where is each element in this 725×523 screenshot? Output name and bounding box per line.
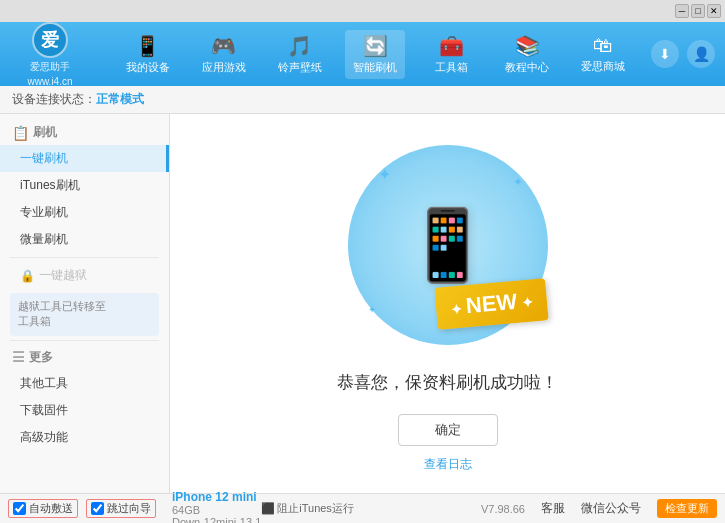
device-info: iPhone 12 mini 64GB Down-12mini-13,1 [172,490,261,524]
nav-toolbox[interactable]: 🧰 工具箱 [421,30,481,79]
bottom-bar: 自动敷送 跳过向导 iPhone 12 mini 64GB Down-12min… [0,493,725,523]
download-button[interactable]: ⬇ [651,40,679,68]
success-illustration: ✦ ✦ ✦ 📱 NEW [338,135,558,355]
phone-icon: 📱 [404,204,491,286]
sidebar-item-advanced[interactable]: 高级功能 [0,424,169,451]
close-button[interactable]: ✕ [707,4,721,18]
nav-smart-flash[interactable]: 🔄 智能刷机 [345,30,405,79]
status-label: 设备连接状态： [12,91,96,108]
main-layout: 📋 刷机 一键刷机 iTunes刷机 专业刷机 微量刷机 🔒 一键越狱 越狱工具… [0,114,725,493]
my-device-icon: 📱 [135,34,160,58]
nav-apps-games[interactable]: 🎮 应用游戏 [194,30,254,79]
jailbreak-label: 一键越狱 [39,267,87,284]
bottom-right: V7.98.66 客服 微信公众号 检查更新 [481,499,717,518]
shop-label: 爱思商城 [581,59,625,74]
minimize-button[interactable]: ─ [675,4,689,18]
smart-flash-label: 智能刷机 [353,60,397,75]
sidebar-item-micro-flash[interactable]: 微量刷机 [0,226,169,253]
status-value: 正常模式 [96,91,144,108]
sparkle-2: ✦ [513,175,523,189]
restart-link[interactable]: 查看日志 [424,456,472,473]
ringtones-icon: 🎵 [287,34,312,58]
logo-line2: www.i4.cn [27,76,72,87]
apps-games-icon: 🎮 [211,34,236,58]
skip-wizard-label: 跳过向导 [107,501,151,516]
bottom-left: 自动敷送 跳过向导 iPhone 12 mini 64GB Down-12min… [8,490,261,524]
status-bar: 设备连接状态： 正常模式 [0,86,725,114]
sidebar-item-other-tools[interactable]: 其他工具 [0,370,169,397]
logo-line1: 爱思助手 [30,60,70,74]
title-bar: ─ □ ✕ [0,0,725,22]
shop-icon: 🛍 [593,34,613,57]
header-right: ⬇ 👤 [651,40,715,68]
skip-wizard-checkbox[interactable]: 跳过向导 [86,499,156,518]
sidebar-item-download-firmware[interactable]: 下载固件 [0,397,169,424]
stop-itunes-label: 阻止iTunes运行 [277,501,354,516]
sidebar-item-pro-flash[interactable]: 专业刷机 [0,199,169,226]
nav-bar: 📱 我的设备 🎮 应用游戏 🎵 铃声壁纸 🔄 智能刷机 🧰 工具箱 📚 教程中心… [110,30,641,79]
success-text: 恭喜您，保资料刷机成功啦！ [337,371,558,394]
lock-icon: 🔒 [20,269,35,283]
flash-section-icon: 📋 [12,125,29,141]
auto-send-checkbox[interactable]: 自动敷送 [8,499,78,518]
tutorials-label: 教程中心 [505,60,549,75]
smart-flash-icon: 🔄 [363,34,388,58]
sidebar: 📋 刷机 一键刷机 iTunes刷机 专业刷机 微量刷机 🔒 一键越狱 越狱工具… [0,114,170,493]
divider-1 [10,257,159,258]
device-model: Down-12mini-13,1 [172,516,261,524]
stop-itunes-button[interactable]: ⬛ 阻止iTunes运行 [261,501,354,516]
customer-service-link[interactable]: 客服 [541,500,565,517]
content-area: ✦ ✦ ✦ 📱 NEW 恭喜您，保资料刷机成功啦！ 确定 查看日志 [170,114,725,493]
toolbox-label: 工具箱 [435,60,468,75]
confirm-button[interactable]: 确定 [398,414,498,446]
version-label: V7.98.66 [481,503,525,515]
apps-games-label: 应用游戏 [202,60,246,75]
wechat-official-link[interactable]: 微信公众号 [581,500,641,517]
sidebar-item-itunes-flash[interactable]: iTunes刷机 [0,172,169,199]
nav-my-device[interactable]: 📱 我的设备 [118,30,178,79]
tutorials-icon: 📚 [515,34,540,58]
sparkle-1: ✦ [378,165,391,184]
check-update-button[interactable]: 检查更新 [657,499,717,518]
divider-2 [10,340,159,341]
nav-tutorials[interactable]: 📚 教程中心 [497,30,557,79]
nav-shop[interactable]: 🛍 爱思商城 [573,30,633,78]
auto-send-input[interactable] [13,502,26,515]
toolbox-icon: 🧰 [439,34,464,58]
logo: 爱 爱思助手 www.i4.cn [10,22,90,87]
sidebar-item-one-key-flash[interactable]: 一键刷机 [0,145,169,172]
device-name: iPhone 12 mini [172,490,261,504]
flash-section-label: 刷机 [33,124,57,141]
sidebar-section-flash: 📋 刷机 [0,120,169,145]
user-button[interactable]: 👤 [687,40,715,68]
stop-itunes-icon: ⬛ [261,502,275,515]
nav-ringtones[interactable]: 🎵 铃声壁纸 [270,30,330,79]
maximize-button[interactable]: □ [691,4,705,18]
more-section-label: 更多 [29,349,53,366]
ringtones-label: 铃声壁纸 [278,60,322,75]
sidebar-section-more: ☰ 更多 [0,345,169,370]
more-section-icon: ☰ [12,349,25,365]
jailbreak-notice: 越狱工具已转移至工具箱 [10,293,159,336]
auto-send-label: 自动敷送 [29,501,73,516]
new-badge: NEW [435,278,549,330]
device-storage: 64GB [172,504,261,516]
sidebar-section-jailbreak: 🔒 一键越狱 [0,262,169,289]
logo-icon: 爱 [32,22,68,58]
my-device-label: 我的设备 [126,60,170,75]
skip-wizard-input[interactable] [91,502,104,515]
header: 爱 爱思助手 www.i4.cn 📱 我的设备 🎮 应用游戏 🎵 铃声壁纸 🔄 … [0,22,725,86]
sparkle-3: ✦ [368,304,376,315]
